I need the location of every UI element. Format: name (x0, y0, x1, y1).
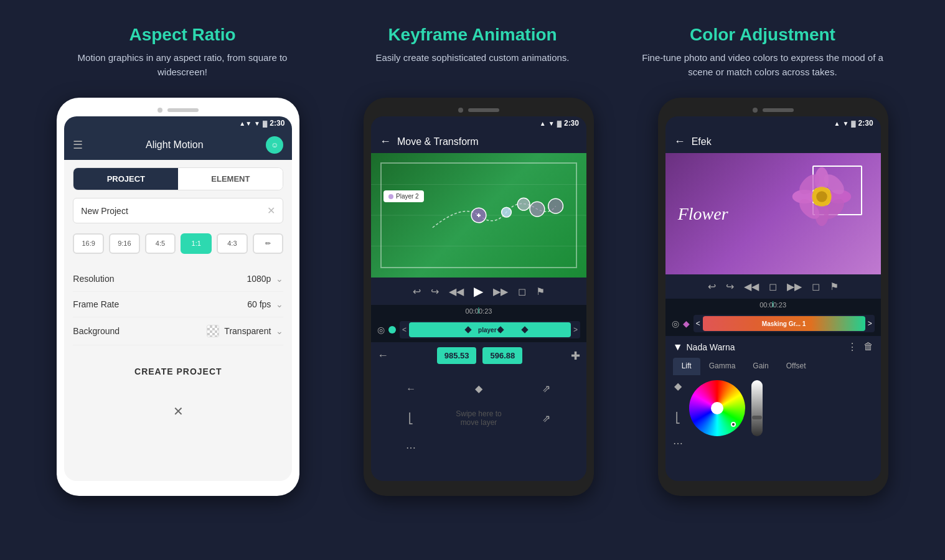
hamburger-icon[interactable]: ☰ (73, 138, 83, 152)
transform-back-btn[interactable]: ← (377, 375, 445, 402)
chevron-down-icon3: ⌄ (276, 326, 283, 336)
transport-bar: ↩ ↪ ◀◀ ▶ ▶▶ ◻ ⚑ (371, 278, 586, 305)
keyframe-icon[interactable]: ◆ (674, 380, 682, 392)
ratio-4-5[interactable]: 4:5 (145, 233, 176, 254)
color-panel-header: ▼ Nada Warna ⋮ 🗑 (673, 341, 873, 353)
coord-y[interactable]: 596.88 (482, 347, 522, 364)
ratio-row: 16:9 9:16 4:5 1:1 4:3 ✏ (73, 233, 283, 254)
signal-icon: ▲▼ (239, 120, 252, 127)
panel-back-icon[interactable]: ▼ (673, 342, 683, 353)
transform-crop-btn[interactable]: ⎣ (377, 402, 445, 434)
chevron-down-icon2: ⌄ (276, 299, 283, 309)
brightness-slider[interactable] (751, 380, 763, 436)
clear-icon[interactable]: ✕ (267, 205, 275, 217)
transform-scale-btn[interactable]: ⇗ (512, 375, 580, 402)
color-timeline: ◎ ◆ < Masking Gr... 1 > (665, 311, 881, 336)
delete-icon[interactable]: 🗑 (863, 341, 873, 353)
color-track-bar[interactable]: Masking Gr... 1 (703, 316, 865, 331)
section3-title: Color Adjustment (636, 25, 889, 45)
expand-button3[interactable]: ◻ (769, 281, 777, 292)
avatar[interactable]: ☺ (266, 136, 283, 154)
more-icon[interactable]: ⋯ (673, 437, 683, 449)
undo-button[interactable]: ↩ (413, 286, 421, 297)
transform-diamond-btn[interactable]: ◆ (445, 375, 513, 402)
timeline-cursor: | (478, 306, 480, 314)
more-options-icon[interactable]: ⋮ (847, 341, 857, 353)
swipe-hint: Swipe here to move layer (445, 402, 513, 434)
visibility-icon3[interactable]: ◎ (672, 319, 679, 329)
skip-end-button3[interactable]: ▶▶ (787, 281, 802, 292)
skip-start-button3[interactable]: ◀◀ (744, 281, 759, 292)
ratio-4-3[interactable]: 4:3 (217, 233, 248, 254)
transform-more-btn[interactable]: ⋯ (377, 434, 445, 461)
visibility-icon[interactable]: ◎ (377, 325, 385, 335)
color-tab-offset[interactable]: Offset (778, 358, 815, 375)
keyframe-diamond3 (521, 326, 528, 333)
phone3-frame: ▲ ▼ ▓ 2:30 ← Efek Flower (658, 98, 888, 496)
resolution-setting: Resolution 1080p ⌄ (73, 266, 283, 292)
battery-icon: ▓ (263, 120, 267, 127)
svg-point-6 (530, 202, 545, 217)
undo-button3[interactable]: ↩ (708, 281, 716, 292)
back-arrow-icon3[interactable]: ← (674, 135, 685, 148)
tab-element[interactable]: ELEMENT (178, 168, 283, 190)
phone2-screen-title: Move & Transform (397, 136, 479, 147)
phone1-top-bar (64, 105, 292, 116)
color-wheel[interactable] (689, 380, 745, 436)
app-title: Alight Motion (89, 139, 260, 151)
color-dot3: ◆ (683, 319, 690, 329)
color-wheel-center (711, 402, 723, 414)
loop-button[interactable]: ◻ (518, 286, 526, 297)
transform-expand-btn[interactable]: ⇗ (512, 402, 580, 434)
framerate-label: Frame Rate (73, 299, 119, 309)
move-icon[interactable]: ✚ (571, 349, 580, 363)
track-bar-wrap: < player 2 > (400, 321, 580, 338)
track-chevron-icon: < (402, 325, 407, 334)
background-dropdown[interactable]: Transparent ⌄ (207, 325, 283, 337)
move-area: ← 985.53 596.88 ✚ (371, 342, 586, 369)
loop-button3[interactable]: ◻ (812, 281, 820, 292)
background-setting: Background Transparent ⌄ (73, 317, 283, 345)
section3-desc: Fine-tune photo and video colors to expr… (636, 51, 889, 79)
player2-dot (388, 194, 393, 199)
redo-button[interactable]: ↪ (431, 286, 439, 297)
color-tab-gain[interactable]: Gain (744, 358, 777, 375)
timeline-track-bar[interactable]: player 2 (409, 322, 571, 337)
phone1-screen: ▲▼ ▼ ▓ 2:30 ☰ Alight Motion ☺ PROJECT EL… (64, 116, 292, 481)
redo-button3[interactable]: ↪ (726, 281, 734, 292)
coord-x[interactable]: 985.53 (437, 347, 477, 364)
project-name-field[interactable]: New Project ✕ (73, 198, 283, 223)
svg-point-5 (517, 198, 530, 210)
resolution-dropdown[interactable]: 1080p ⌄ (247, 274, 283, 284)
back-icon[interactable]: ← (377, 349, 388, 362)
phone2-status-bar: ▲ ▼ ▓ 2:30 (371, 116, 586, 130)
bookmark-button3[interactable]: ⚑ (830, 281, 839, 292)
tab-project[interactable]: PROJECT (73, 168, 178, 190)
framerate-dropdown[interactable]: 60 fps ⌄ (247, 299, 283, 309)
ratio-9-16[interactable]: 9:16 (109, 233, 140, 254)
play-button[interactable]: ▶ (474, 284, 483, 299)
phone3-time: 2:30 (858, 119, 873, 128)
signal-icon2: ▲ (540, 120, 546, 127)
phone3-status-bar: ▲ ▼ ▓ 2:30 (665, 116, 881, 130)
skip-end-button[interactable]: ▶▶ (493, 286, 508, 297)
back-arrow-icon[interactable]: ← (380, 135, 391, 148)
skip-start-button[interactable]: ◀◀ (449, 286, 464, 297)
ratio-1-1[interactable]: 1:1 (181, 233, 212, 254)
color-tab-gamma[interactable]: Gamma (700, 358, 745, 375)
phone3-transport-bar: ↩ ↪ ◀◀ ◻ ▶▶ ◻ ⚑ (665, 274, 881, 299)
section2-title: Keyframe Animation (346, 25, 599, 45)
crop-icon[interactable]: ⎣ (675, 412, 680, 424)
section2-header: Keyframe Animation Easily create sophist… (327, 25, 618, 79)
background-label: Background (73, 326, 120, 336)
create-project-button[interactable]: CREATE PROJECT (73, 358, 283, 385)
bookmark-button[interactable]: ⚑ (536, 286, 545, 297)
close-button[interactable]: ✕ (64, 398, 292, 425)
phone2-speaker (468, 108, 499, 112)
ratio-16-9[interactable]: 16:9 (73, 233, 104, 254)
color-tab-lift[interactable]: Lift (673, 358, 700, 375)
keyframe-diamond1 (464, 326, 471, 333)
ratio-custom[interactable]: ✏ (253, 233, 284, 254)
phone2-frame: ▲ ▼ ▓ 2:30 ← Move & Transform (364, 98, 594, 496)
section1-desc: Motion graphics in any aspect ratio, fro… (56, 51, 309, 79)
